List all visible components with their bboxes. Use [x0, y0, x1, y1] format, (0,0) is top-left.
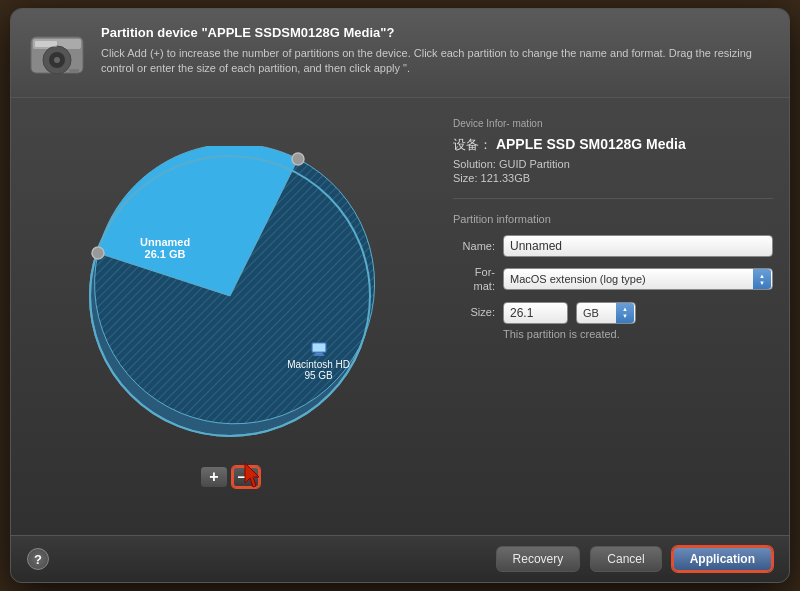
format-select-wrapper: MacOS extension (log type): [503, 268, 773, 290]
macintosh-icon: [287, 339, 350, 357]
dialog-description: Click Add (+) to increase the number of …: [101, 46, 769, 77]
total-size-label: Size:: [453, 172, 477, 184]
macintosh-partition-label: Macintosh HD 95 GB: [287, 339, 350, 381]
format-select[interactable]: MacOS extension (log type): [503, 268, 773, 290]
device-info-section: Device Infor- mation 设备： APPLE SSD SM012…: [453, 118, 773, 199]
device-name-row: 设备： APPLE SSD SM0128G Media: [453, 136, 773, 154]
name-field-row: Name:: [453, 235, 773, 257]
total-size-row: Size: 121.33GB: [453, 172, 773, 184]
name-label: Name:: [453, 239, 495, 253]
device-name-value: APPLE SSD SM0128G Media: [496, 136, 686, 152]
svg-point-4: [54, 57, 60, 63]
svg-rect-6: [69, 69, 79, 72]
svg-point-10: [292, 153, 304, 165]
dialog-header: Partition device "APPLE SSDSM0128G Media…: [11, 9, 789, 98]
recovery-button[interactable]: Recovery: [496, 546, 581, 572]
dialog-title: Partition device "APPLE SSDSM0128G Media…: [101, 25, 769, 40]
dialog-footer: ? Recovery Cancel Application: [11, 535, 789, 582]
solution-row: Solution: GUID Partition: [453, 158, 773, 170]
svg-rect-14: [313, 354, 324, 355]
footer-buttons: Recovery Cancel Application: [496, 546, 773, 572]
chart-area: Unnamed 26.1 GB Macintosh HD: [27, 114, 433, 519]
partition-size-input[interactable]: [503, 302, 568, 324]
unnamed-partition-label: Unnamed 26.1 GB: [140, 236, 190, 260]
svg-marker-16: [245, 463, 259, 487]
svg-point-11: [92, 247, 104, 259]
partition-info-section: Partition information Name: For- mat: Ma…: [453, 213, 773, 519]
drive-icon: [27, 25, 87, 85]
dialog-body: Unnamed 26.1 GB Macintosh HD: [11, 98, 789, 535]
partition-info-title: Partition information: [453, 213, 773, 225]
total-size-value: 121.33GB: [481, 172, 531, 184]
svg-rect-15: [312, 343, 325, 351]
size-unit-wrapper: GB: [576, 302, 636, 324]
format-label: For- mat:: [453, 265, 495, 294]
created-text: This partition is created.: [503, 328, 773, 340]
device-info-title: Device Infor- mation: [453, 118, 773, 130]
cancel-button[interactable]: Cancel: [590, 546, 661, 572]
svg-rect-5: [35, 41, 57, 47]
device-label: 设备：: [453, 137, 492, 152]
pie-container: Unnamed 26.1 GB Macintosh HD: [80, 146, 380, 446]
info-panel: Device Infor- mation 设备： APPLE SSD SM012…: [453, 114, 773, 519]
svg-rect-13: [315, 352, 322, 354]
partition-name-input[interactable]: [503, 235, 773, 257]
size-unit-select[interactable]: GB: [576, 302, 636, 324]
size-field-row: Size: GB: [453, 302, 773, 324]
cursor-arrow-indicator: [237, 461, 267, 491]
macintosh-name: Macintosh HD: [287, 359, 350, 370]
partition-dialog: Partition device "APPLE SSDSM0128G Media…: [10, 8, 790, 583]
solution-value: GUID Partition: [499, 158, 570, 170]
solution-label: Solution:: [453, 158, 496, 170]
size-label: Size:: [453, 305, 495, 319]
macintosh-size: 95 GB: [287, 370, 350, 381]
apply-button[interactable]: Application: [672, 546, 773, 572]
add-partition-button[interactable]: +: [200, 466, 228, 488]
format-field-row: For- mat: MacOS extension (log type): [453, 265, 773, 294]
header-text-area: Partition device "APPLE SSDSM0128G Media…: [101, 25, 769, 77]
help-button[interactable]: ?: [27, 548, 49, 570]
